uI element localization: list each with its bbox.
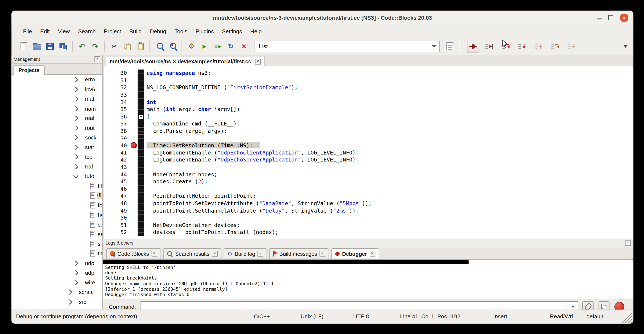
tree-item-tcp[interactable]: tcp	[12, 152, 102, 162]
close-icon[interactable]: ×	[370, 251, 375, 256]
replace-button[interactable]	[166, 40, 179, 52]
breakpoint-margin[interactable]	[129, 113, 138, 120]
code-line[interactable]: 40 Time::SetResolution (Time::NS);	[104, 142, 634, 149]
step-into-button[interactable]	[516, 41, 528, 52]
tree-item-fir[interactable]: fir	[12, 191, 102, 200]
new-file-button[interactable]	[17, 40, 30, 52]
chevron-right-icon[interactable]	[73, 116, 78, 121]
debugger-log[interactable]: Setting SHELL to '/bin/sh'doneSetting br…	[103, 260, 634, 299]
chevron-right-icon[interactable]	[73, 135, 78, 140]
tree-item-ipv6[interactable]: ipv6	[12, 85, 102, 94]
tree-item-tuto[interactable]: tuto	[12, 171, 102, 181]
chevron-right-icon[interactable]	[73, 77, 78, 83]
chevron-right-icon[interactable]	[73, 164, 78, 169]
chevron-down-icon[interactable]	[73, 173, 78, 178]
breakpoint-margin[interactable]	[129, 106, 138, 113]
menu-tools[interactable]: Tools	[170, 27, 192, 36]
breakpoint-margin[interactable]	[129, 127, 138, 135]
abort-button[interactable]: ×	[237, 40, 250, 52]
tree-item-src[interactable]: src	[12, 297, 102, 307]
build-options-button[interactable]	[443, 40, 456, 52]
tree-item-fif[interactable]: fif	[12, 181, 102, 191]
step-into-instruction-button[interactable]	[566, 41, 578, 52]
open-button[interactable]	[30, 40, 44, 52]
code-line[interactable]: 50	[104, 214, 634, 221]
code-editor[interactable]: 30using namespace ns3;3132NS_LOG_COMPONE…	[103, 66, 634, 239]
title-bar[interactable]: mnt/dev/tools/source/ns-3-dev/examples/t…	[12, 11, 633, 25]
undo-button[interactable]: ↶	[76, 40, 89, 52]
find-button[interactable]	[153, 40, 166, 52]
breakpoint-icon[interactable]	[130, 142, 136, 149]
code-line[interactable]: 39	[104, 135, 634, 142]
breakpoint-margin[interactable]	[129, 178, 138, 185]
save-all-button[interactable]	[57, 40, 70, 52]
chevron-right-icon[interactable]	[67, 290, 72, 295]
cut-button[interactable]: ✂	[108, 40, 121, 52]
code-line[interactable]: 46	[104, 185, 634, 192]
breakpoint-margin[interactable]	[129, 91, 138, 98]
close-icon[interactable]: ×	[212, 251, 218, 256]
copy-button[interactable]	[121, 40, 134, 52]
code-line[interactable]: 42 LogComponentEnable ("UdpEchoServerApp…	[104, 156, 634, 163]
breakpoint-margin[interactable]	[129, 98, 138, 106]
logs-tab-search-results[interactable]: Search results×	[163, 248, 221, 259]
tree-item-sock[interactable]: sock	[12, 133, 102, 143]
breakpoint-margin[interactable]	[129, 70, 138, 77]
chevron-right-icon[interactable]	[67, 299, 72, 304]
breakpoint-margin[interactable]	[129, 192, 138, 200]
chevron-right-icon[interactable]	[73, 87, 78, 92]
rebuild-button[interactable]: ↻	[224, 40, 237, 52]
next-instruction-button[interactable]	[549, 41, 562, 52]
redo-button[interactable]: ↷	[89, 40, 102, 52]
logs-tab-debugger[interactable]: Debugger×	[332, 248, 379, 259]
code-line[interactable]: 41 LogComponentEnable ("UdpEchoClientApp…	[104, 149, 634, 156]
code-line[interactable]: 36−{	[104, 113, 634, 120]
minimize-button[interactable]	[597, 19, 602, 19]
save-button[interactable]	[44, 40, 57, 52]
breakpoint-margin[interactable]	[129, 84, 138, 91]
menu-view[interactable]: View	[54, 27, 74, 36]
menu-plugins[interactable]: Plugins	[192, 27, 218, 36]
code-line[interactable]: 49 pointToPoint.SetChannelAttribute ("De…	[104, 207, 634, 214]
code-line[interactable]: 44 NodeContainer nodes;	[104, 171, 634, 178]
tree-item-six[interactable]: six	[12, 239, 102, 249]
project-tree[interactable]: erroipv6matnamrealroutsockstattcptraftut…	[12, 75, 102, 310]
chevron-right-icon[interactable]	[73, 125, 78, 131]
tree-item-mat[interactable]: mat	[12, 94, 102, 104]
close-icon[interactable]: ×	[625, 240, 631, 246]
selected-log-row[interactable]	[103, 260, 469, 264]
tree-item-se[interactable]: se	[12, 229, 102, 239]
menu-settings[interactable]: Settings	[218, 27, 246, 36]
breakpoint-margin[interactable]	[129, 120, 138, 127]
tree-item-th[interactable]: th	[12, 249, 102, 258]
code-line[interactable]: 51 NetDeviceContainer devices;	[104, 221, 634, 229]
close-icon[interactable]: ×	[94, 56, 100, 62]
tree-item-he[interactable]: he	[12, 210, 102, 220]
editor-tab-first-cc[interactable]: mnt/dev/tools/source/ns-3-dev/examples/t…	[106, 57, 265, 66]
tree-item-fo[interactable]: fo	[12, 200, 102, 210]
tree-item-scratc[interactable]: scratc	[12, 287, 102, 297]
breakpoint-margin[interactable]	[129, 164, 138, 171]
code-line[interactable]: 45 nodes.Create (2);	[104, 178, 634, 185]
fold-marker-icon[interactable]: −	[139, 114, 143, 119]
menu-search[interactable]: Search	[74, 27, 100, 36]
code-line[interactable]: 30using namespace ns3;	[104, 70, 634, 77]
chevron-right-icon[interactable]	[73, 261, 78, 266]
close-icon[interactable]: ×	[151, 251, 157, 256]
close-icon[interactable]: ×	[255, 59, 260, 64]
chevron-right-icon[interactable]	[73, 145, 78, 150]
build-button[interactable]: ⚙	[185, 40, 198, 52]
tree-item-nam[interactable]: nam	[12, 104, 102, 114]
menu-build[interactable]: Build	[125, 27, 146, 36]
logs-tab-code-blocks[interactable]: Code::Blocks×	[106, 248, 161, 259]
close-icon[interactable]: ×	[258, 251, 263, 256]
next-line-button[interactable]	[500, 41, 512, 52]
code-line[interactable]: 38 cmd.Parse (argc, argv);	[104, 127, 634, 135]
build-target-select[interactable]: first	[255, 41, 440, 52]
breakpoint-margin[interactable]	[129, 214, 138, 221]
menu-edit[interactable]: Edit	[36, 27, 54, 36]
code-line[interactable]: 47 PointToPointHelper pointToPoint;	[104, 192, 634, 200]
debug-continue-button[interactable]	[467, 41, 479, 52]
breakpoint-margin[interactable]	[129, 156, 138, 163]
code-line[interactable]: 31	[104, 77, 634, 84]
